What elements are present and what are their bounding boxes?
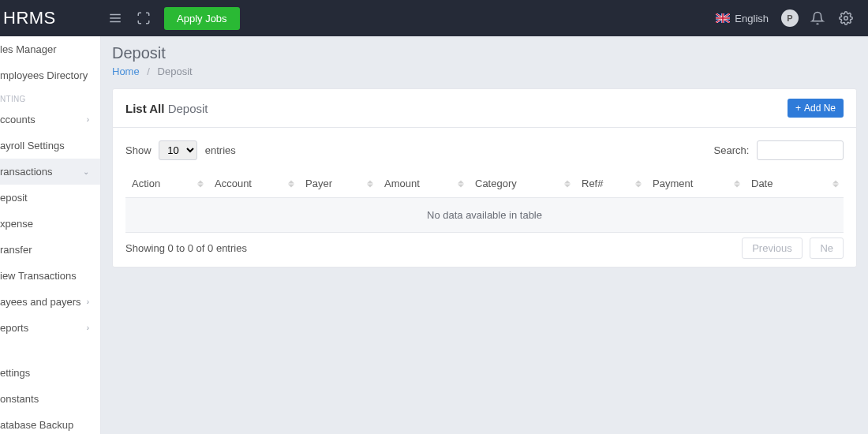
language-label: English: [735, 13, 769, 24]
card-header: List All Deposit + Add Ne: [113, 89, 856, 128]
sidebar-item-label: onstants: [0, 393, 39, 405]
sidebar-item-label: ettings: [0, 367, 30, 379]
sidebar-item-label: ayees and payers: [0, 296, 81, 308]
entries-select[interactable]: 10: [159, 140, 197, 160]
chevron-down-icon: ⌄: [83, 167, 92, 176]
sidebar-item-payroll-settings[interactable]: ayroll Settings: [0, 133, 100, 159]
column-header[interactable]: Ref#: [575, 170, 646, 198]
column-header[interactable]: Amount: [378, 170, 469, 198]
sidebar-item-label: ransfer: [0, 244, 32, 256]
svg-point-4: [844, 17, 848, 21]
search-label: Search:: [714, 144, 750, 156]
language-selector[interactable]: English: [708, 13, 776, 24]
sort-icon: [197, 180, 204, 187]
sidebar-item-view-transactions[interactable]: iew Transactions: [0, 263, 100, 289]
sort-icon: [564, 180, 571, 187]
table-info-text: Showing 0 to 0 of 0 entries: [125, 242, 247, 254]
sidebar-item-label: ransactions: [0, 166, 52, 178]
topbar: HRMS Apply Jobs English P: [0, 0, 868, 36]
sidebar-item-roles-manager[interactable]: les Manager: [0, 36, 100, 62]
chevron-right-icon: ›: [87, 115, 92, 124]
sort-icon: [635, 180, 642, 187]
user-avatar[interactable]: P: [781, 9, 799, 27]
sidebar-item-label: les Manager: [0, 43, 57, 55]
main-content: Deposit Home / Deposit List All Deposit …: [101, 36, 868, 434]
column-header[interactable]: Payer: [299, 170, 378, 198]
card-body: Show 10 entries Search: ActionAccountPay…: [113, 128, 856, 267]
sort-icon: [288, 180, 294, 187]
sidebar-item-label: mployees Directory: [0, 69, 88, 81]
breadcrumb: Home / Deposit: [112, 65, 857, 77]
sidebar-item-accounts[interactable]: ccounts›: [0, 107, 100, 133]
sidebar-item-transactions[interactable]: ransactions⌄: [0, 159, 100, 185]
sidebar-item-label: eports: [0, 322, 28, 334]
sort-icon: [734, 180, 740, 187]
sidebar-item-label: eposit: [0, 192, 28, 204]
plus-icon: +: [795, 103, 801, 114]
sidebar-item-database-backup[interactable]: atabase Backup: [0, 412, 100, 434]
notifications-icon[interactable]: [803, 4, 832, 32]
column-header[interactable]: Payment: [646, 170, 745, 198]
sort-icon: [367, 180, 373, 187]
show-label: Show: [125, 144, 152, 156]
card-title: List All Deposit: [125, 102, 208, 115]
sidebar-item-label: iew Transactions: [0, 270, 77, 282]
add-new-button[interactable]: + Add Ne: [788, 99, 844, 118]
sidebar-item-settings[interactable]: ettings: [0, 360, 100, 386]
pagination: Previous Ne: [737, 242, 844, 254]
sidebar-item-label: xpense: [0, 218, 33, 230]
column-header[interactable]: Action: [125, 170, 208, 198]
table-length-control: Show 10 entries: [125, 140, 236, 160]
card-title-bold: List All: [125, 102, 164, 115]
sidebar-item-payees-payers[interactable]: ayees and payers›: [0, 289, 100, 315]
sidebar-item-employees-directory[interactable]: mployees Directory: [0, 62, 100, 88]
deposit-table: ActionAccountPayerAmountCategoryRef#Paym…: [125, 170, 844, 233]
menu-toggle-icon[interactable]: [101, 4, 129, 32]
column-header[interactable]: Date: [745, 170, 844, 198]
search-input[interactable]: [757, 140, 844, 160]
sidebar-item-label: ayroll Settings: [0, 140, 65, 152]
sidebar-item-expense[interactable]: xpense: [0, 211, 100, 237]
breadcrumb-separator: /: [147, 65, 150, 77]
add-new-label: Add Ne: [804, 103, 836, 114]
gear-icon[interactable]: [832, 4, 860, 32]
pagination-next[interactable]: Ne: [810, 238, 844, 259]
chevron-right-icon: ›: [87, 324, 92, 332]
sidebar: les Manager mployees Directory nting cco…: [0, 36, 101, 434]
fullscreen-icon[interactable]: [129, 4, 158, 32]
breadcrumb-current: Deposit: [158, 65, 193, 77]
breadcrumb-home-link[interactable]: Home: [112, 65, 140, 77]
entries-label: entries: [205, 144, 236, 156]
pagination-previous[interactable]: Previous: [742, 238, 803, 259]
sidebar-item-label: ccounts: [0, 114, 36, 125]
column-header[interactable]: Account: [208, 170, 299, 198]
sidebar-item-constants[interactable]: onstants: [0, 386, 100, 412]
page-title: Deposit: [112, 44, 857, 62]
sort-icon: [832, 180, 839, 187]
card-title-light: Deposit: [168, 102, 208, 115]
column-header[interactable]: Category: [469, 170, 575, 198]
table-search-control: Search:: [714, 140, 844, 160]
list-card: List All Deposit + Add Ne Show 10 entrie…: [112, 88, 857, 268]
flag-icon: [716, 13, 730, 23]
sort-icon: [458, 180, 464, 187]
chevron-right-icon: ›: [87, 297, 92, 306]
sidebar-group-accounting: nting: [0, 88, 100, 107]
sidebar-item-label: atabase Backup: [0, 419, 73, 431]
table-empty-message: No data available in table: [125, 198, 844, 233]
sidebar-item-reports[interactable]: eports›: [0, 315, 100, 341]
apply-jobs-button[interactable]: Apply Jobs: [164, 7, 240, 30]
sidebar-item-transfer[interactable]: ransfer: [0, 237, 100, 263]
sidebar-item-deposit[interactable]: eposit: [0, 185, 100, 211]
brand-logo: HRMS: [0, 8, 101, 28]
